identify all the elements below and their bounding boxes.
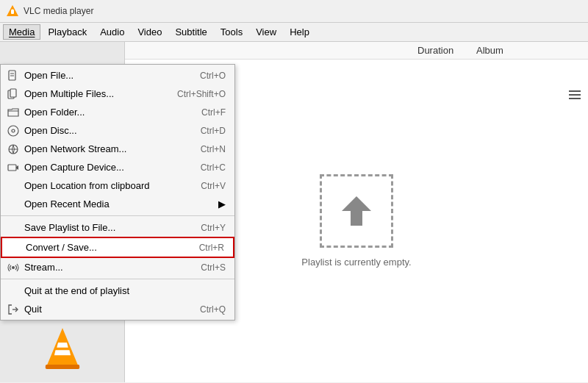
svg-point-17 (12, 129, 15, 132)
menu-item-quit-end[interactable]: Quit at the end of playlist (1, 282, 234, 300)
open-disc-icon (7, 124, 20, 137)
svg-point-16 (8, 126, 18, 136)
drop-target (320, 174, 393, 248)
quit-end-icon (7, 284, 20, 298)
quit-label: Quit (24, 304, 179, 315)
open-capture-shortcut: Ctrl+C (201, 162, 226, 173)
open-file-label: Open File... (24, 70, 179, 81)
open-disc-shortcut: Ctrl+D (201, 126, 226, 136)
menu-item-convert-save[interactable]: Convert / Save... Ctrl+R (1, 237, 234, 258)
open-capture-icon (7, 161, 20, 174)
empty-playlist-text: Playlist is currently empty. (301, 257, 411, 268)
col-title (131, 45, 417, 56)
menu-subtitle[interactable]: Subtitle (169, 24, 212, 40)
title-bar: VLC media player (0, 0, 588, 23)
menu-playback[interactable]: Playback (42, 24, 93, 40)
main-content: Duration Album Playlist is currently emp… (0, 42, 588, 382)
convert-save-icon (8, 241, 21, 254)
menu-item-open-multiple[interactable]: Open Multiple Files... Ctrl+Shift+O (1, 85, 234, 103)
menu-video[interactable]: Video (132, 24, 168, 40)
open-file-icon (7, 69, 20, 82)
col-duration: Duration (417, 45, 476, 56)
svg-rect-7 (569, 90, 581, 92)
convert-save-label: Convert / Save... (26, 242, 179, 253)
svg-rect-15 (10, 89, 16, 97)
save-playlist-icon (7, 221, 20, 235)
menu-item-open-recent[interactable]: Open Recent Media ▶ (1, 195, 234, 213)
open-multiple-label: Open Multiple Files... (24, 88, 157, 99)
open-multiple-shortcut: Ctrl+Shift+O (177, 89, 226, 99)
menu-help[interactable]: Help (284, 24, 315, 40)
menu-item-open-capture[interactable]: Open Capture Device... Ctrl+C (1, 158, 234, 176)
svg-marker-5 (57, 343, 68, 348)
media-menu: Open File... Ctrl+O Open Multiple Files.… (0, 64, 235, 321)
svg-rect-20 (8, 165, 16, 171)
open-recent-arrow: ▶ (218, 198, 226, 210)
menu-item-open-file[interactable]: Open File... Ctrl+O (1, 66, 234, 85)
menu-bar: Media Playback Audio Video Subtitle Tool… (0, 23, 588, 42)
open-recent-label: Open Recent Media (24, 198, 186, 210)
open-folder-shortcut: Ctrl+F (201, 107, 226, 118)
open-folder-icon (7, 106, 20, 119)
svg-rect-8 (569, 94, 581, 96)
separator-2 (1, 279, 234, 279)
open-location-shortcut: Ctrl+V (201, 181, 226, 191)
playlist-view-button[interactable] (566, 87, 584, 105)
svg-rect-9 (569, 98, 581, 99)
menu-item-open-network[interactable]: Open Network Stream... Ctrl+N (1, 140, 234, 158)
vlc-cone-image (40, 325, 85, 369)
open-multiple-icon (7, 87, 20, 101)
open-location-icon (7, 179, 20, 193)
menu-item-quit[interactable]: Quit Ctrl+Q (1, 300, 234, 318)
open-file-shortcut: Ctrl+O (200, 71, 226, 81)
stream-icon (7, 261, 20, 274)
open-capture-label: Open Capture Device... (24, 162, 180, 173)
svg-marker-4 (54, 350, 70, 355)
menu-audio[interactable]: Audio (94, 24, 130, 40)
open-disc-label: Open Disc... (24, 125, 180, 136)
download-arrow-icon (334, 189, 379, 233)
open-location-label: Open Location from clipboard (24, 180, 180, 191)
separator-1 (1, 215, 234, 216)
menu-item-open-folder[interactable]: Open Folder... Ctrl+F (1, 103, 234, 121)
quit-icon (7, 303, 20, 316)
menu-item-open-location[interactable]: Open Location from clipboard Ctrl+V (1, 176, 234, 195)
save-playlist-label: Save Playlist to File... (24, 222, 180, 233)
svg-rect-6 (45, 365, 79, 369)
menu-item-save-playlist[interactable]: Save Playlist to File... Ctrl+Y (1, 218, 234, 237)
open-network-label: Open Network Stream... (24, 143, 180, 154)
cone-area (6, 318, 118, 376)
svg-marker-10 (342, 196, 371, 226)
save-playlist-shortcut: Ctrl+Y (201, 223, 226, 233)
menu-item-open-disc[interactable]: Open Disc... Ctrl+D (1, 121, 234, 140)
menu-tools[interactable]: Tools (215, 24, 248, 40)
app-title: VLC media player (24, 6, 93, 16)
open-folder-label: Open Folder... (24, 107, 181, 118)
media-dropdown: Open File... Ctrl+O Open Multiple Files.… (0, 64, 235, 321)
menu-item-stream[interactable]: Stream... Ctrl+S (1, 258, 234, 276)
stream-shortcut: Ctrl+S (201, 262, 226, 273)
open-network-icon (7, 143, 20, 156)
open-network-shortcut: Ctrl+N (201, 144, 226, 154)
col-album: Album (476, 45, 564, 56)
vlc-app-icon (6, 4, 19, 18)
playlist-icon (569, 89, 581, 101)
stream-label: Stream... (24, 262, 180, 273)
menu-view[interactable]: View (250, 24, 282, 40)
svg-point-2 (11, 10, 14, 12)
open-recent-icon (7, 198, 20, 211)
svg-point-22 (12, 266, 15, 269)
convert-save-shortcut: Ctrl+R (199, 243, 224, 253)
quit-end-label: Quit at the end of playlist (24, 285, 205, 296)
quit-shortcut: Ctrl+Q (200, 304, 226, 315)
playlist-header: Duration Album (125, 42, 588, 60)
menu-media[interactable]: Media (3, 24, 40, 40)
